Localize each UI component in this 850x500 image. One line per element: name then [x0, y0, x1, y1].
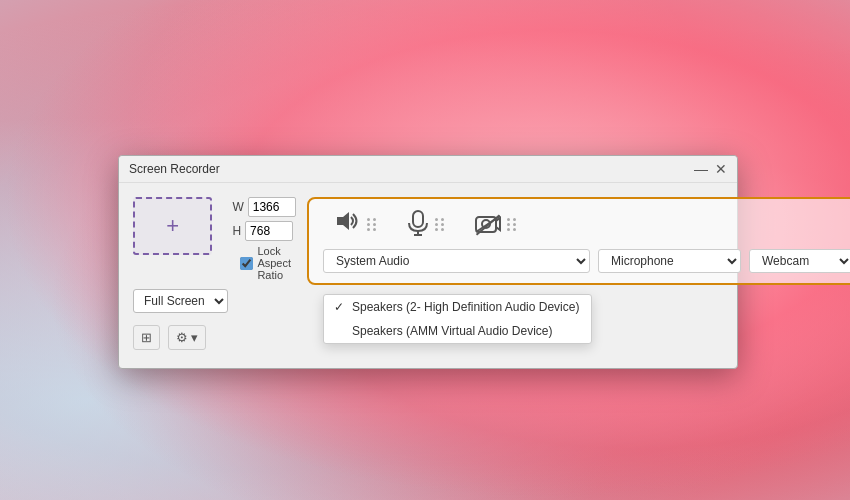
speaker-group: [333, 209, 377, 239]
microphone-select[interactable]: Microphone Default Microphone: [598, 249, 741, 273]
settings-button[interactable]: ⚙ ▾: [168, 325, 206, 350]
webcam-group: [475, 213, 517, 235]
height-input[interactable]: [245, 221, 293, 241]
height-row: H: [232, 221, 306, 241]
svg-rect-1: [413, 211, 423, 227]
microphone-group: [407, 210, 445, 239]
svg-marker-0: [337, 212, 349, 230]
minimize-button[interactable]: —: [695, 163, 707, 175]
gear-icon: ⚙: [176, 330, 188, 345]
width-label: W: [232, 200, 243, 214]
capture-mode-button[interactable]: ⊞: [133, 325, 160, 350]
lock-checkbox[interactable]: [240, 257, 253, 270]
svg-point-5: [482, 220, 490, 228]
capture-plus-icon: +: [166, 213, 179, 239]
speaker-dots: [367, 218, 377, 231]
screen-dropdown-row: Full Screen Window Custom: [133, 289, 228, 313]
dropdown-menu-item-1[interactable]: Speakers (2- High Definition Audio Devic…: [324, 295, 591, 319]
microphone-icon: [407, 210, 429, 239]
titlebar: Screen Recorder — ✕: [119, 156, 737, 183]
system-audio-dropdown-menu: Speakers (2- High Definition Audio Devic…: [323, 294, 592, 344]
toolbar: ⊞ ⚙ ▾: [133, 325, 206, 350]
close-button[interactable]: ✕: [715, 163, 727, 175]
screen-recorder-window: Screen Recorder — ✕ + W H: [118, 155, 738, 369]
webcam-select[interactable]: Webcam No Webcam: [749, 249, 850, 273]
screen-select[interactable]: Full Screen Window Custom: [133, 289, 228, 313]
system-audio-select[interactable]: System Audio Speakers (2- High Definitio…: [323, 249, 590, 273]
microphone-dots: [435, 218, 445, 231]
settings-arrow-icon: ▾: [191, 330, 198, 345]
webcam-dots: [507, 218, 517, 231]
webcam-icon: [475, 213, 501, 235]
device-dropdowns-row: System Audio Speakers (2- High Definitio…: [323, 249, 850, 273]
speaker-icon: [333, 209, 361, 239]
window-controls: — ✕: [695, 163, 727, 175]
left-panel: + W H Lock AspectRatio: [133, 197, 293, 350]
capture-preview[interactable]: +: [133, 197, 212, 255]
device-icons-row: [323, 209, 850, 239]
svg-marker-6: [496, 218, 500, 230]
audio-video-panel: System Audio Speakers (2- High Definitio…: [307, 197, 850, 285]
width-row: W: [232, 197, 306, 217]
dropdown-menu-item-2[interactable]: Speakers (AMM Virtual Audio Device): [324, 319, 591, 343]
height-label: H: [232, 224, 241, 238]
lock-label: Lock AspectRatio: [257, 245, 306, 281]
dimensions-panel: W H Lock AspectRatio: [232, 197, 306, 281]
window-title: Screen Recorder: [129, 162, 220, 176]
lock-row: Lock AspectRatio: [240, 245, 306, 281]
main-content: + W H Lock AspectRatio: [119, 183, 737, 368]
width-input[interactable]: [248, 197, 296, 217]
capture-icon: ⊞: [141, 330, 152, 345]
